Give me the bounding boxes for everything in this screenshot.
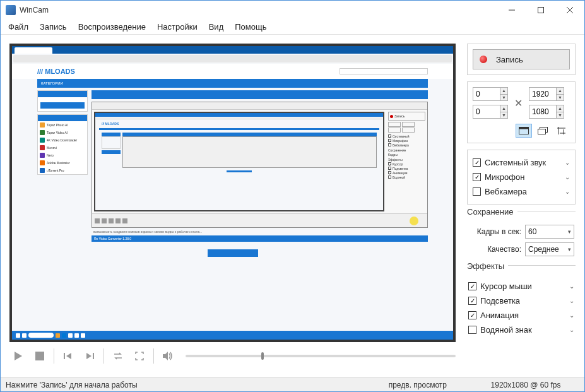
webcam-row[interactable]: Вебкамера ⌄ [473,184,570,199]
preview-area: /// MLOADS КАТЕГОРИИ Topaz Photo A [1,35,464,379]
cursor-checkbox[interactable]: ✓ [468,282,476,290]
microphone-checkbox[interactable]: ✓ [473,173,481,181]
chevron-down-icon[interactable]: ⌄ [565,159,570,166]
menu-view[interactable]: Вид [209,22,224,32]
statusbar: Нажмите 'Запись' для начала работы предв… [1,377,584,391]
volume-button[interactable] [159,347,177,365]
fps-combo[interactable]: 60▾ [525,225,574,239]
status-right: 1920x1080 @ 60 fps [472,381,579,389]
svg-marker-8 [86,353,92,359]
highlight-checkbox[interactable]: ✓ [468,297,476,305]
cross-icon: ✕ [512,97,525,109]
fullscreen-mode-button[interactable] [516,124,532,138]
stop-button[interactable] [31,347,49,365]
system-sound-row[interactable]: ✓ Системный звук ⌄ [473,155,570,170]
menu-record[interactable]: Запись [40,22,67,32]
system-sound-checkbox[interactable]: ✓ [473,158,481,167]
record-button[interactable]: Запись [473,49,570,69]
svg-rect-5 [35,352,44,360]
microphone-row[interactable]: ✓ Микрофон ⌄ [473,170,570,184]
close-button[interactable] [555,1,584,20]
menu-playback[interactable]: Воспроизведение [78,22,146,32]
play-button[interactable] [9,347,27,365]
minimize-button[interactable] [497,1,526,20]
svg-rect-1 [538,8,544,13]
maximize-button[interactable] [526,1,555,20]
svg-marker-4 [15,352,22,360]
effects-section-label: Эффекты [467,265,576,279]
quality-label: Качество: [468,245,521,254]
menubar: Файл Запись Воспроизведение Настройки Ви… [1,20,584,35]
skip-end-button[interactable] [81,347,98,365]
highlight-row[interactable]: ✓ Подсветка ⌄ [468,294,574,308]
window-title: WinCam [20,6,49,15]
titlebar: WinCam [1,1,584,20]
fullscreen-button[interactable] [131,347,148,365]
height-input[interactable]: ▲▼ [529,105,564,119]
skip-start-button[interactable] [59,347,77,365]
preview-content: /// MLOADS КАТЕГОРИИ Topaz Photo A [12,46,453,340]
svg-rect-6 [64,353,65,359]
width-input[interactable]: ▲▼ [529,87,564,101]
animation-row[interactable]: ✓ Анимация ⌄ [468,308,574,323]
svg-rect-9 [93,353,94,359]
region-mode-button[interactable] [553,124,570,138]
quality-combo[interactable]: Среднее▾ [525,242,574,256]
window-mode-button[interactable] [535,124,551,138]
chevron-down-icon[interactable]: ⌄ [569,312,574,319]
record-panel: Запись [467,44,576,75]
menu-file[interactable]: Файл [8,22,28,32]
player-controls [9,342,456,370]
animation-checkbox[interactable]: ✓ [468,311,476,319]
watermark-checkbox[interactable] [468,326,476,334]
audio-panel: ✓ Системный звук ⌄ ✓ Микрофон ⌄ Вебкамер… [467,150,576,205]
status-left: Нажмите 'Запись' для начала работы [6,381,138,389]
status-center: предв. просмотр [389,381,447,389]
region-panel: ▲▼ ▲▼ ✕ ▲▼ ▲▼ [467,81,576,143]
svg-rect-14 [538,129,546,134]
app-icon [6,5,16,15]
svg-marker-7 [66,353,71,359]
save-section-label: Сохранение [467,211,576,225]
svg-rect-12 [519,128,529,129]
cursor-row[interactable]: ✓ Курсор мыши ⌄ [468,279,574,294]
loop-button[interactable] [109,347,127,365]
sidebar: Запись ▲▼ ▲▼ ✕ ▲▼ ▲▼ [464,35,584,379]
svg-marker-10 [163,352,168,360]
chevron-down-icon[interactable]: ⌄ [569,326,574,333]
volume-slider[interactable] [186,355,456,357]
webcam-checkbox[interactable] [473,187,481,196]
y-input[interactable]: ▲▼ [473,105,508,119]
x-input[interactable]: ▲▼ [473,87,508,101]
watermark-row[interactable]: Водяной знак ⌄ [468,323,574,337]
fps-label: Кадры в сек: [468,227,521,236]
preview-logo: /// MLOADS [37,68,75,75]
menu-settings[interactable]: Настройки [157,22,198,32]
chevron-down-icon[interactable]: ⌄ [565,188,570,195]
chevron-down-icon[interactable]: ⌄ [565,174,570,181]
chevron-down-icon[interactable]: ⌄ [569,297,574,304]
menu-help[interactable]: Помощь [235,22,266,32]
chevron-down-icon[interactable]: ⌄ [569,283,574,290]
preview-viewport[interactable]: /// MLOADS КАТЕГОРИИ Topaz Photo A [9,44,456,342]
record-dot-icon [480,56,487,63]
